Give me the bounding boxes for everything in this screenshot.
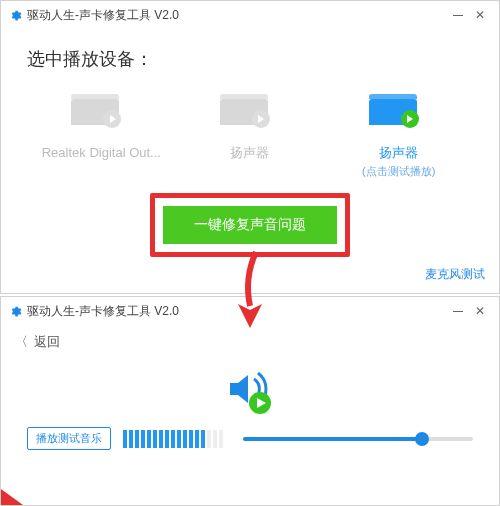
device-speaker-1[interactable]: 扬声器 [185,99,315,179]
device-list: Realtek Digital Out... 扬声器 扬声器 (点击测试播放) [27,99,473,179]
one-click-fix-button[interactable]: 一键修复声音问题 [163,206,337,244]
device-label: Realtek Digital Out... [36,145,166,162]
section-heading: 选中播放设备： [27,47,473,71]
sound-repair-window-main: 驱动人生-声卡修复工具 V2.0 选中播放设备： Realtek Digital… [0,0,500,294]
volume-fill [243,437,422,441]
soundcard-icon [369,99,429,135]
titlebar: 驱动人生-声卡修复工具 V2.0 [1,1,499,29]
device-realtek[interactable]: Realtek Digital Out... [36,99,166,179]
soundcard-icon [71,99,131,135]
fix-button-highlight-box: 一键修复声音问题 [150,193,350,257]
volume-slider[interactable] [243,437,473,441]
sound-repair-window-detail: 驱动人生-声卡修复工具 V2.0 〈 返回 播放测试音乐 [0,296,500,506]
device-label: 扬声器 [334,145,464,162]
close-button[interactable] [469,300,491,322]
chevron-left-icon: 〈 [15,333,28,351]
speaker-playing-icon [222,361,278,417]
minimize-button[interactable] [447,300,469,322]
back-button[interactable]: 〈 返回 [1,325,499,359]
window-title: 驱动人生-声卡修复工具 V2.0 [27,7,447,24]
playback-controls: 播放测试音乐 [1,423,499,450]
annotation-corner-icon [1,489,23,505]
close-button[interactable] [469,4,491,26]
titlebar: 驱动人生-声卡修复工具 V2.0 [1,297,499,325]
mic-test-link[interactable]: 麦克风测试 [425,266,485,283]
gear-icon [9,305,22,318]
device-speaker-2-active[interactable]: 扬声器 (点击测试播放) [334,99,464,179]
soundcard-icon [220,99,280,135]
volume-thumb[interactable] [415,432,429,446]
back-label: 返回 [34,333,60,351]
gear-icon [9,9,22,22]
content-area: 选中播放设备： Realtek Digital Out... 扬声器 扬声器 (… [1,29,499,257]
device-label: 扬声器 [185,145,315,162]
play-test-music-button[interactable]: 播放测试音乐 [27,427,111,450]
device-sublabel: (点击测试播放) [334,164,464,179]
window-title: 驱动人生-声卡修复工具 V2.0 [27,303,447,320]
minimize-button[interactable] [447,4,469,26]
vu-meter [123,430,223,448]
